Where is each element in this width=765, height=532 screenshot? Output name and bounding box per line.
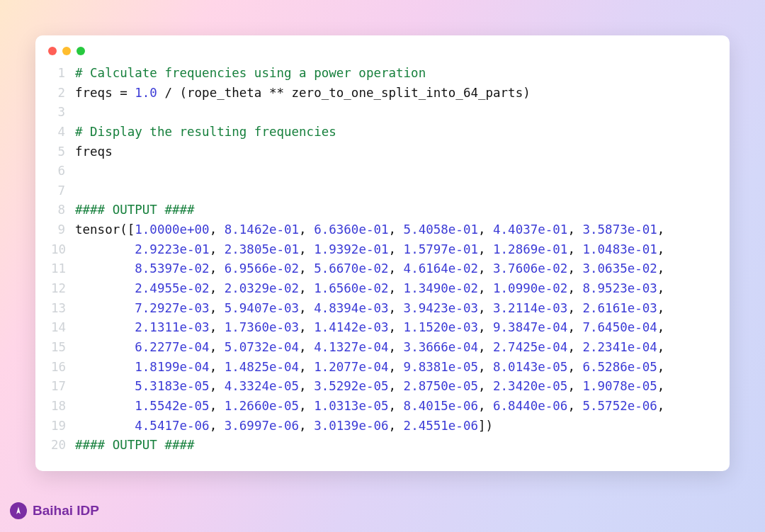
code-token: 6.8440e-06 bbox=[493, 399, 567, 413]
code-token: , bbox=[567, 340, 582, 354]
code-token: / (rope_theta ** zero_to_one_split_into_… bbox=[157, 86, 531, 100]
code-line: 10 2.9223e-01, 2.3805e-01, 1.9392e-01, 1… bbox=[51, 240, 714, 260]
code-token: , bbox=[478, 261, 493, 276]
code-token: , bbox=[210, 419, 225, 433]
code-token: # Display the resulting frequencies bbox=[75, 125, 336, 139]
brand-text: Baihai IDP bbox=[33, 503, 99, 519]
line-content: 7.2927e-03, 5.9407e-03, 4.8394e-03, 3.94… bbox=[75, 299, 714, 319]
line-number: 13 bbox=[51, 299, 75, 319]
line-content: 1.8199e-04, 1.4825e-04, 1.2077e-04, 9.83… bbox=[75, 358, 714, 378]
code-token: 8.0143e-05 bbox=[493, 360, 567, 374]
line-content: 2.4955e-02, 2.0329e-02, 1.6560e-02, 1.34… bbox=[75, 279, 714, 299]
line-number: 15 bbox=[51, 338, 75, 358]
code-token: , bbox=[210, 281, 225, 295]
code-token: 3.0635e-02 bbox=[582, 261, 657, 276]
code-line: 7 bbox=[51, 181, 714, 201]
code-token: , bbox=[567, 261, 582, 276]
code-token: , bbox=[657, 320, 665, 334]
code-token: 5.5752e-06 bbox=[582, 399, 657, 413]
code-token: 4.1327e-04 bbox=[314, 340, 388, 354]
close-icon[interactable] bbox=[48, 47, 57, 55]
line-content: 5.3183e-05, 4.3324e-05, 3.5292e-05, 2.87… bbox=[75, 377, 714, 397]
line-number: 2 bbox=[51, 84, 75, 103]
code-token: , bbox=[478, 399, 493, 413]
code-line: 2freqs = 1.0 / (rope_theta ** zero_to_on… bbox=[51, 84, 714, 103]
code-line: 12 2.4955e-02, 2.0329e-02, 1.6560e-02, 1… bbox=[51, 279, 714, 299]
line-content bbox=[75, 103, 714, 123]
code-window: 1# Calculate frequencies using a power o… bbox=[35, 35, 730, 471]
code-token: , bbox=[567, 320, 582, 334]
code-token: , bbox=[299, 242, 314, 256]
code-token: , bbox=[389, 301, 404, 315]
line-number: 16 bbox=[51, 358, 75, 378]
maximize-icon[interactable] bbox=[76, 47, 85, 55]
code-token: , bbox=[389, 222, 404, 237]
code-token: 3.6997e-06 bbox=[225, 419, 299, 433]
code-token: 4.6164e-02 bbox=[404, 261, 478, 276]
brand-footer: Baihai IDP bbox=[10, 502, 99, 519]
code-line: 6 bbox=[51, 162, 714, 181]
code-token bbox=[75, 320, 135, 334]
code-token: , bbox=[389, 419, 404, 433]
code-token: 2.2341e-04 bbox=[582, 340, 657, 354]
code-token: 7.2927e-03 bbox=[135, 301, 209, 315]
code-token: , bbox=[567, 242, 582, 256]
line-content: 2.1311e-03, 1.7360e-03, 1.4142e-03, 1.15… bbox=[75, 318, 714, 338]
code-token: tensor([ bbox=[75, 222, 135, 237]
line-number: 12 bbox=[51, 279, 75, 299]
code-token: 2.7425e-04 bbox=[493, 340, 567, 354]
code-token: , bbox=[299, 340, 314, 354]
code-token: 6.5286e-05 bbox=[582, 360, 657, 374]
code-token: , bbox=[657, 399, 665, 413]
code-line: 13 7.2927e-03, 5.9407e-03, 4.8394e-03, 3… bbox=[51, 299, 714, 319]
code-token: ]) bbox=[478, 419, 493, 433]
code-token: , bbox=[567, 301, 582, 315]
code-token: , bbox=[657, 340, 665, 354]
code-token: 3.9423e-03 bbox=[404, 301, 478, 315]
line-number: 20 bbox=[51, 436, 75, 455]
code-token: 3.5292e-05 bbox=[314, 379, 388, 393]
code-token: 3.3666e-04 bbox=[404, 340, 478, 354]
line-content: 2.9223e-01, 2.3805e-01, 1.9392e-01, 1.57… bbox=[75, 240, 714, 260]
code-token: , bbox=[657, 301, 665, 315]
code-line: 3 bbox=[51, 103, 714, 123]
code-token: 1.5797e-01 bbox=[404, 242, 478, 256]
code-token: , bbox=[567, 281, 582, 295]
line-number: 3 bbox=[51, 103, 75, 123]
code-token: , bbox=[389, 340, 404, 354]
code-token bbox=[75, 419, 135, 433]
line-content: # Calculate frequencies using a power op… bbox=[75, 64, 714, 84]
code-token: , bbox=[389, 360, 404, 374]
minimize-icon[interactable] bbox=[62, 47, 71, 55]
line-number: 1 bbox=[51, 64, 75, 84]
code-token: freqs = bbox=[75, 86, 135, 100]
code-token: , bbox=[389, 261, 404, 276]
line-content: 6.2277e-04, 5.0732e-04, 4.1327e-04, 3.36… bbox=[75, 338, 714, 358]
line-number: 19 bbox=[51, 417, 75, 436]
code-token: 4.4037e-01 bbox=[493, 222, 567, 237]
line-content: 8.5397e-02, 6.9566e-02, 5.6670e-02, 4.61… bbox=[75, 259, 714, 279]
code-token bbox=[75, 242, 135, 256]
code-token: 8.5397e-02 bbox=[135, 261, 209, 276]
code-token: , bbox=[299, 379, 314, 393]
code-token bbox=[75, 281, 135, 295]
code-token: 1.4142e-03 bbox=[314, 320, 388, 334]
code-line: 19 4.5417e-06, 3.6997e-06, 3.0139e-06, 2… bbox=[51, 417, 714, 436]
code-token: , bbox=[657, 222, 665, 237]
code-token: 2.6161e-03 bbox=[582, 301, 657, 315]
code-line: 5freqs bbox=[51, 142, 714, 162]
code-token: , bbox=[389, 281, 404, 295]
code-token: , bbox=[299, 301, 314, 315]
code-token: , bbox=[210, 242, 225, 256]
code-token: , bbox=[657, 242, 665, 256]
code-token bbox=[75, 379, 135, 393]
code-token: 2.0329e-02 bbox=[225, 281, 299, 295]
code-token: 1.0483e-01 bbox=[582, 242, 657, 256]
code-token: 5.3183e-05 bbox=[135, 379, 209, 393]
code-token: 4.3324e-05 bbox=[225, 379, 299, 393]
code-token: , bbox=[389, 320, 404, 334]
code-token: , bbox=[389, 379, 404, 393]
code-token: 1.2869e-01 bbox=[493, 242, 567, 256]
line-number: 5 bbox=[51, 142, 75, 162]
line-content: 4.5417e-06, 3.6997e-06, 3.0139e-06, 2.45… bbox=[75, 417, 714, 436]
